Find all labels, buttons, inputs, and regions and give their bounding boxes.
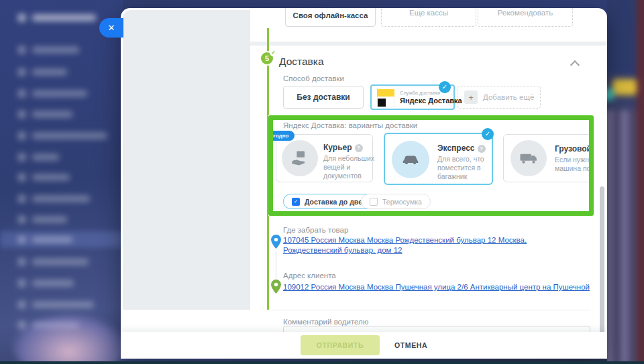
thermal-bag-checkbox[interactable]: Термосумка [361,194,431,209]
blurred-app-sidebar [0,0,123,364]
thermal-bag-label: Термосумка [382,198,422,206]
pickup-label: Где забрать товар [283,226,348,234]
help-icon[interactable]: ? [478,145,486,153]
client-address-link[interactable]: 109012 Россия Москва Москва Пушечная ули… [283,282,598,292]
delivery-service-sublabel: Служба доставки [400,90,440,96]
driver-comment-label: Комментарий водителю [283,318,368,326]
checkbox-unchecked-icon[interactable] [370,198,378,206]
add-more-service-button[interactable]: + Добавить ещё [458,86,541,109]
recommend-button[interactable]: Рекомендовать [478,8,573,27]
yandex-delivery-logo [377,89,394,107]
selected-check-icon: ✓ [482,128,494,140]
yandex-delivery-label: Яндекс Доставка [400,97,462,105]
bottom-edge-bar [0,361,644,364]
courier-desc: Для небольших вещей и документов [323,154,380,180]
selected-check-icon: ✓ [439,81,451,93]
cargo-truck-icon [511,140,547,176]
delivery-method-label: Способ доставки [283,74,344,82]
cargo-desc: Если нужна машина по [555,156,594,173]
order-modal: Своя офлайн-касса Еще кассы Рекомендоват… [121,8,607,359]
courier-title: Курьер [323,143,352,152]
plus-icon: + [464,90,478,104]
chevron-up-icon[interactable] [572,60,578,67]
blurred-sidebar-items [0,0,123,364]
client-pin-icon [271,280,281,294]
yandex-delivery-button[interactable]: Служба доставки Яндекс Доставка ✓ [370,84,455,110]
section-divider [250,42,607,46]
variant-card-courier[interactable]: Выгодно Курьер? Для небольших вещей и до… [276,134,373,182]
modal-close-button[interactable]: ✕ [99,18,123,38]
profitable-badge: Выгодно [268,131,294,141]
variants-label: Яндекс Доставка: варианты доставки [283,121,417,129]
help-icon[interactable]: ? [355,144,363,152]
cancel-button[interactable]: ОТМЕНА [394,341,427,349]
own-offline-kassa-button[interactable]: Своя офлайн-касса [285,8,376,27]
express-title: Экспресс [437,143,475,153]
courier-icon [282,140,318,176]
express-car-icon [392,141,429,178]
submit-button[interactable]: ОТПРАВИТЬ [301,335,380,355]
close-icon: ✕ [108,23,115,33]
client-address-label: Адрес клиента [283,271,336,280]
pin-connector-line [276,251,276,280]
blurred-page-decor [607,0,644,364]
modal-left-panel [123,10,250,310]
modal-scrollbar[interactable] [600,186,604,339]
screen-background: ✕ Своя офлайн-касса Еще кассы Рекомендов… [0,0,644,364]
cargo-title: Грузовой [555,144,592,154]
modal-footer: ОТПРАВИТЬ ОТМЕНА [121,332,607,359]
pickup-pin-icon [271,235,281,249]
pickup-address-link[interactable]: 107045 Россия Москва Москва Рождественск… [283,235,561,255]
add-more-label: Добавить ещё [483,93,534,101]
no-delivery-button[interactable]: Без доставки [283,86,364,109]
express-desc: Для всего, что поместится в багажник [437,155,494,181]
step-complete-check-icon: ✓ [270,49,277,56]
blurred-page-content [607,0,644,364]
variant-card-cargo[interactable]: Грузовой Если нужна машина по [503,134,594,182]
comment-divider [272,310,590,310]
delivery-variants-area: Яндекс Доставка: варианты доставки Выгод… [268,115,594,216]
delivery-section-title: Доставка [279,56,324,68]
variant-card-express[interactable]: Экспресс? Для всего, что поместится в ба… [384,133,493,185]
more-kassa-button[interactable]: Еще кассы [381,8,476,27]
checkbox-checked-icon[interactable]: ✓ [292,198,300,206]
